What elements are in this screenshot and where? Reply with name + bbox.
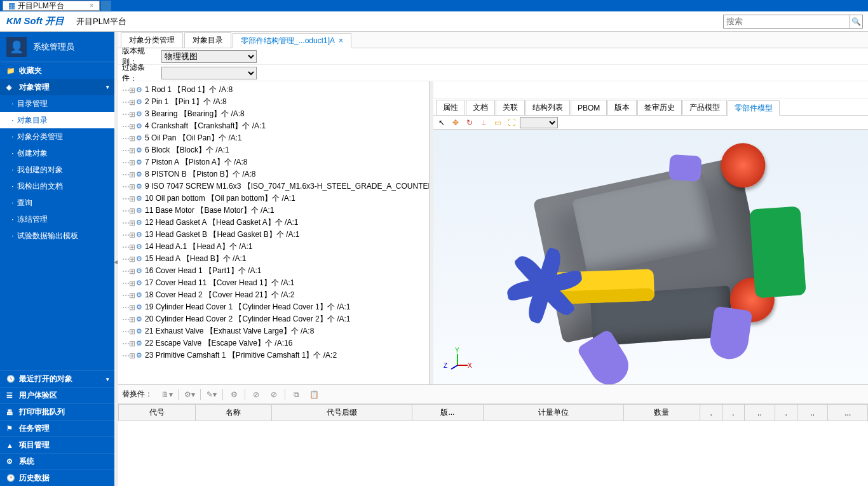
viewer-pane: 属性文档关联结构列表PBOM版本签审历史产品模型零部件模型 ↖ ✥ ↻ ⟂ ▭ … (433, 81, 868, 384)
viewer-tab[interactable]: 文档 (466, 100, 495, 115)
replace-grid[interactable]: 代号名称代号后缀版...计量单位数量.......... (118, 404, 868, 486)
grid-column-header[interactable]: 版... (412, 405, 483, 421)
sidebar-favorites[interactable]: 📁 收藏夹 (0, 62, 114, 79)
tree-node[interactable]: ⋯⊞⚙18 Cover Head 2 【Cover Head 21】个 /A:2 (121, 289, 429, 301)
rotate-icon[interactable]: ↻ (464, 117, 475, 128)
copy-icon[interactable]: ⧉ (289, 388, 303, 402)
edit-icon[interactable]: ✎▾ (205, 388, 219, 402)
viewer-select[interactable] (520, 117, 558, 128)
viewer-tab[interactable]: 签审历史 (637, 100, 682, 115)
grid-column-header[interactable]: .. (744, 405, 775, 421)
grid-column-header[interactable]: 计量单位 (484, 405, 623, 421)
tree-node[interactable]: ⋯⊞⚙20 Cylinder Head Cover 2 【Cylinder He… (121, 313, 429, 325)
tree-node[interactable]: ⋯⊞⚙12 Head Gasket A 【Head Gasket A】个 /A:… (121, 217, 429, 229)
sidebar-bottom-item[interactable]: ☰用户体验区 (0, 387, 114, 403)
tree-connector: ⋯⊞ (122, 327, 135, 336)
sidebar-sub-item[interactable]: 试验数据输出模板 (0, 227, 114, 244)
tree-node[interactable]: ⋯⊞⚙11 Base Motor 【Base Motor】个 /A:1 (121, 205, 429, 217)
tree-node[interactable]: ⋯⊞⚙8 PISTON B 【Piston B】个 /A:8 (121, 168, 429, 180)
search-input[interactable] (723, 15, 850, 29)
sidebar-bottom-item[interactable]: 🖶打印审批队列 (0, 403, 114, 420)
cancel2-icon[interactable]: ⊘ (267, 388, 281, 402)
grid-column-header[interactable]: . (722, 405, 744, 421)
tree-node[interactable]: ⋯⊞⚙3 Bearing 【Bearing】个 /A:8 (121, 108, 429, 120)
sidebar-bottom-item[interactable]: ⚙系统 (0, 453, 114, 469)
grid-column-header[interactable]: 代号后缀 (272, 405, 412, 421)
viewer-tab[interactable]: PBOM (571, 100, 607, 115)
search-box: 🔍 (723, 15, 863, 29)
sidebar-object-mgmt[interactable]: ◈ 对象管理 ▾ (0, 79, 114, 95)
tree-node[interactable]: ⋯⊞⚙1 Rod 1 【Rod 1】个 /A:8 (121, 84, 429, 96)
tree-node[interactable]: ⋯⊞⚙15 Head A 【Head B】个 /A:1 (121, 253, 429, 265)
new-tab-button[interactable] (101, 1, 111, 11)
grid-column-header[interactable]: 名称 (195, 405, 272, 421)
doc-icon[interactable]: 🗎▾ (160, 388, 174, 402)
tree-node[interactable]: ⋯⊞⚙4 Crankshaft 【Crankshaft】个 /A:1 (121, 120, 429, 132)
bottom-pane: 替换件： 🗎▾ ⚙▾ ✎▾ ⚙ ⊘ ⊘ ⧉ 📋 代号名称代号后缀版...计量单位… (118, 384, 868, 486)
move-icon[interactable]: ✥ (450, 117, 461, 128)
tree-node[interactable]: ⋯⊞⚙14 Head A.1 【Head A】个 /A:1 (121, 241, 429, 253)
folder-icon: 📁 (6, 67, 15, 75)
close-icon[interactable]: × (339, 36, 343, 45)
sidebar-sub-item[interactable]: 我检出的文档 (0, 178, 114, 194)
close-icon[interactable]: × (90, 1, 94, 10)
settings-icon[interactable]: ⚙ (227, 388, 241, 402)
tree-node[interactable]: ⋯⊞⚙22 Escape Valve 【Escape Valve】个 /A:16 (121, 337, 429, 349)
tree-node[interactable]: ⋯⊞⚙7 Piston A 【Piston A】个 /A:8 (121, 156, 429, 168)
window-tab[interactable]: ▦ 开目PLM平台 × (3, 1, 100, 11)
gear-icon: ⚙ (136, 315, 142, 323)
tree-node[interactable]: ⋯⊞⚙13 Head Gasket B 【Head Gasket B】个 /A:… (121, 229, 429, 241)
grid-column-header[interactable]: 代号 (119, 405, 196, 421)
tree-node-label: 14 Head A.1 【Head A】个 /A:1 (145, 241, 252, 252)
content-tab[interactable]: 零部件结构管理_...oduct1]A× (233, 33, 351, 48)
tree-node[interactable]: ⋯⊞⚙6 Block 【Block】个 /A:1 (121, 144, 429, 156)
tree-node-label: 7 Piston A 【Piston A】个 /A:8 (145, 157, 247, 168)
grid-column-header[interactable]: . (775, 405, 797, 421)
viewer-tab[interactable]: 版本 (607, 100, 637, 115)
content-tab[interactable]: 对象目录 (184, 32, 231, 48)
tree-node[interactable]: ⋯⊞⚙10 Oil pan bottom 【Oil pan bottom】个 /… (121, 192, 429, 205)
user-row[interactable]: 👤 系统管理员 (0, 32, 114, 62)
sidebar-sub-item[interactable]: 对象目录 (0, 112, 114, 128)
sidebar-sub-item[interactable]: 目录管理 (0, 95, 114, 112)
pointer-icon[interactable]: ↖ (436, 117, 447, 128)
measure-icon[interactable]: ⟂ (478, 117, 489, 128)
version-rule-select[interactable]: 物理视图 (161, 50, 257, 63)
sidebar-sub-item[interactable]: 查询 (0, 194, 114, 211)
model-canvas[interactable]: Y X Z (433, 130, 868, 384)
viewer-tab[interactable]: 零部件模型 (728, 100, 780, 116)
grid-column-header[interactable]: 数量 (623, 405, 700, 421)
viewer-tab[interactable]: 关联 (496, 100, 525, 115)
grid-column-header[interactable]: . (700, 405, 722, 421)
viewer-tab[interactable]: 产品模型 (682, 100, 727, 115)
sidebar-sub-item[interactable]: 冻结管理 (0, 211, 114, 227)
gear-icon[interactable]: ⚙▾ (182, 388, 196, 402)
sidebar-bottom-item[interactable]: 🕑历史数据 (0, 469, 114, 486)
sidebar-bottom-item[interactable]: 🕓最近打开的对象▾ (0, 370, 114, 387)
content-area: 对象分类管理对象目录零部件结构管理_...oduct1]A× 版本规则： 物理视… (118, 32, 868, 486)
tree-node[interactable]: ⋯⊞⚙21 Exhaust Valve 【Exhaust Valve Large… (121, 325, 429, 337)
box-icon[interactable]: ▭ (492, 117, 503, 128)
viewer-tab[interactable]: 属性 (436, 100, 465, 115)
tree-node[interactable]: ⋯⊞⚙5 Oil Pan 【Oil Pan】个 /A:1 (121, 132, 429, 144)
sidebar-sub-item[interactable]: 创建对象 (0, 145, 114, 161)
tree-node[interactable]: ⋯⊞⚙9 ISO 7047 SCREW M1.6x3 【ISO_7047_M1.… (121, 180, 429, 192)
tree-node[interactable]: ⋯⊞⚙23 Primitive Camshaft 1 【Primitive Ca… (121, 349, 429, 361)
paste-icon[interactable]: 📋 (307, 388, 321, 402)
grid-column-header[interactable]: ... (828, 405, 868, 421)
cancel-icon[interactable]: ⊘ (249, 388, 263, 402)
sidebar-bottom-item[interactable]: ▲项目管理 (0, 436, 114, 453)
tree-node[interactable]: ⋯⊞⚙16 Cover Head 1 【Part1】个 /A:1 (121, 265, 429, 277)
filter-select[interactable] (161, 67, 257, 79)
search-button[interactable]: 🔍 (850, 15, 863, 29)
sidebar-sub-item[interactable]: 我创建的对象 (0, 161, 114, 178)
viewer-tab[interactable]: 结构列表 (526, 100, 570, 115)
tree-node[interactable]: ⋯⊞⚙17 Cover Head 11 【Cover Head 1】个 /A:1 (121, 277, 429, 289)
tree-node[interactable]: ⋯⊞⚙2 Pin 1 【Pin 1】个 /A:8 (121, 96, 429, 108)
tree-pane[interactable]: ⋯⊞⚙1 Rod 1 【Rod 1】个 /A:8⋯⊞⚙2 Pin 1 【Pin … (118, 81, 430, 384)
tree-node[interactable]: ⋯⊞⚙19 Cylinder Head Cover 1 【Cylinder He… (121, 301, 429, 313)
grid-column-header[interactable]: .. (797, 405, 828, 421)
sidebar-bottom-item[interactable]: ⚑任务管理 (0, 420, 114, 436)
fit-icon[interactable]: ⛶ (506, 117, 517, 128)
sidebar-sub-item[interactable]: 对象分类管理 (0, 128, 114, 145)
